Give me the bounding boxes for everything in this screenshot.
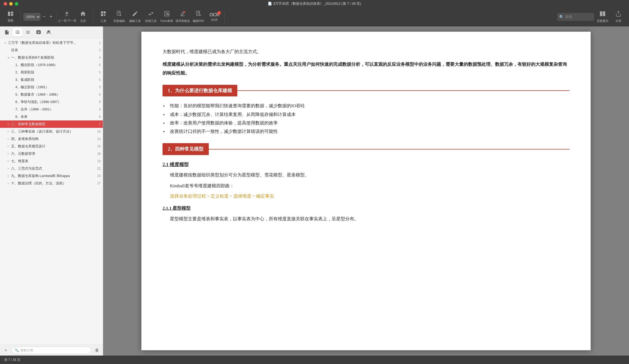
toc-item-ch5[interactable]: > 五、数据仓库规范设计 15	[0, 143, 103, 150]
toc-title: 七、维度表	[11, 159, 95, 164]
convert-button[interactable]: 转档工具	[144, 8, 158, 25]
toc-item-ch1-2[interactable]: 2、萌芽阶段 5	[0, 69, 103, 76]
toc-title: 十、数据治理（目的、方法、流程）	[11, 181, 95, 186]
panel-button[interactable]: 面板	[3, 8, 18, 25]
toc-toggle: >	[7, 152, 11, 155]
svg-rect-12	[600, 11, 602, 16]
sidebar-search[interactable]: 🔍	[12, 347, 91, 354]
toc-item-root[interactable]: ∨ 三万字《数据仓库知识体系》轻松拿下字节... 1	[0, 39, 103, 46]
toc-page: 24	[97, 174, 101, 178]
toc-title: 6、争吵与混乱（1996-1997）	[15, 100, 97, 104]
toc-item-ch10[interactable]: > 十、数据治理（目的、方法、流程） 27	[0, 180, 103, 187]
tools-button[interactable]: 工具	[96, 8, 111, 25]
toc-title: 八、三范式与反范式	[11, 166, 95, 171]
delete-button[interactable]: 🗑	[93, 347, 101, 354]
toc-item-ch1-3[interactable]: 3、集成阶段 5	[0, 76, 103, 83]
sidebar-content[interactable]: ∨ 三万字《数据仓库知识体系》轻松拿下字节... 1 目录 2 ∨ 一、数据仓库…	[0, 38, 103, 344]
toc-page: 4	[99, 56, 101, 59]
toc-item-ch1-4[interactable]: 4、确立阶段（1991） 5	[0, 83, 103, 91]
ocr-icon: OCR !	[210, 12, 219, 18]
toc-toggle: ∨	[4, 41, 8, 45]
form-button[interactable]: Form表单	[159, 8, 174, 25]
toc-toggle: ∨	[7, 56, 11, 59]
toc-item-ch1-8[interactable]: 8、未来 6	[0, 113, 103, 120]
ocr-label: OCR	[211, 18, 218, 21]
page-display-button[interactable]: 页面显示	[595, 8, 610, 25]
toolbar-search[interactable]: 🔍	[557, 13, 594, 21]
subsec21-flow: 选择业务处理过程 > 定义粒度 > 选择维度 > 确定事实	[163, 192, 570, 200]
zoom-plus-button[interactable]: +	[48, 14, 54, 20]
pdf-page: 大数据时代，维度建模已成为各大厂的主流方式。 维度建模从分析决策的需求出发构建模…	[141, 32, 591, 350]
window-controls	[4, 2, 18, 6]
search-input[interactable]	[565, 15, 592, 19]
toc-item-ch1-7[interactable]: 7、合并（1998－2001） 6	[0, 106, 103, 113]
subsec21-title: 2.1 维度模型	[163, 160, 570, 169]
toc-page: 7	[99, 122, 101, 126]
page-edit-button[interactable]: 页面编辑	[112, 8, 127, 25]
close-button[interactable]	[4, 2, 7, 6]
section1-line	[237, 90, 570, 91]
toc-item-ch9[interactable]: > 九、数据仓库架构-Lambda和 和Kappa 24	[0, 172, 103, 180]
toc-title: 二、四种常见数据模型	[11, 122, 97, 127]
sidebar-tab-camera[interactable]	[34, 28, 43, 36]
toc-item-ch1-6[interactable]: 6、争吵与混乱（1996-1997） 6	[0, 98, 103, 106]
toc-title: 7、合并（1998－2001）	[15, 107, 97, 112]
zoom-select[interactable]: 155% 100% 125% 150% 200%	[24, 13, 40, 21]
ocr-button[interactable]: OCR ! OCR	[207, 8, 222, 25]
tools-icon	[100, 11, 107, 18]
edit-tool-icon	[132, 11, 138, 18]
sign-button[interactable]: 填写和签名	[175, 8, 190, 25]
toc-page: 5	[99, 78, 101, 82]
toc-title: 2、萌芽阶段	[15, 70, 97, 75]
toc-title: 四、多维体系结构	[11, 137, 95, 141]
toc-item-ch4[interactable]: > 四、多维体系结构 13	[0, 135, 103, 143]
edit-tool-button[interactable]: 编辑工具	[128, 8, 142, 25]
share-button[interactable]: 分享	[611, 8, 626, 25]
svg-marker-6	[67, 14, 69, 16]
toc-item-ch2[interactable]: > 二、四种常见数据模型 7	[0, 120, 103, 128]
sidebar-tab-toc[interactable]	[13, 28, 22, 36]
toc-item-ch1-5[interactable]: 5、数据集市（1994－1996） 6	[0, 91, 103, 98]
toc-toggle: >	[7, 182, 11, 185]
titlebar: 📄 3万字38页《数据仓库知识体系》_20210912 (第 7 / 38 页)	[0, 0, 629, 7]
prev-next-icon	[63, 11, 71, 18]
panel-label: 面板	[8, 18, 13, 22]
toc-item-ch1[interactable]: ∨ 一、数据仓库的8个发展阶段 4	[0, 54, 103, 61]
prev-next-button[interactable]: 上一页/下一页	[60, 8, 75, 25]
zoom-minus-button[interactable]: −	[41, 14, 47, 20]
toc-toggle: >	[7, 137, 11, 141]
pdf-area[interactable]: 大数据时代，维度建模已成为各大厂的主流方式。 维度建模从分析决策的需求出发构建模…	[103, 26, 629, 356]
home-icon	[80, 11, 86, 18]
toc-item-ch8[interactable]: > 八、三范式与反范式 22	[0, 165, 103, 172]
maximize-button[interactable]	[15, 2, 18, 6]
home-button[interactable]: 主页	[76, 8, 90, 25]
statusbar: 第 7 / 38 页	[0, 356, 629, 364]
toc-item-toc[interactable]: 目录 2	[0, 46, 103, 54]
sidebar-tab-file[interactable]	[2, 28, 12, 36]
toc-toggle: >	[7, 167, 11, 170]
sep2	[57, 11, 57, 23]
toc-item-ch7[interactable]: > 七、维度表 19	[0, 157, 103, 165]
toc-title: 三、三种事实表（设计原则、设计方法）	[11, 129, 95, 134]
sidebar: ∨ 三万字《数据仓库知识体系》轻松拿下字节... 1 目录 2 ∨ 一、数据仓库…	[0, 26, 103, 356]
edit-tool-label: 编辑工具	[129, 19, 141, 23]
list-item: 改善统计口径的不一致性，减少数据计算错误的可能性	[168, 127, 570, 136]
sidebar-tab-outline[interactable]	[23, 28, 33, 36]
toc-toggle: >	[7, 145, 11, 148]
add-page-button[interactable]: +	[2, 347, 10, 354]
toc-title: 8、未来	[15, 114, 97, 119]
list-item: 成本：减少数据冗余、计算结果复用、从而降低存储和计算成本	[168, 110, 570, 119]
minimize-button[interactable]	[9, 2, 13, 6]
prev-next-label: 上一页/下一页	[58, 19, 76, 23]
sidebar-tab-search[interactable]	[44, 28, 54, 36]
toc-toggle: >	[7, 130, 11, 133]
edit-pdf-button[interactable]: 编辑PDF	[191, 8, 206, 25]
zoom-control: 155% 100% 125% 150% 200% − +	[24, 8, 54, 25]
toc-item-ch3[interactable]: > 三、三种事实表（设计原则、设计方法） 10	[0, 128, 103, 135]
toc-item-ch1-1[interactable]: 1、概念阶段（1978-1988） 5	[0, 61, 103, 69]
window-title: 📄 3万字38页《数据仓库知识体系》_20210912 (第 7 / 38 页)	[268, 1, 361, 6]
sidebar-search-input[interactable]	[20, 348, 88, 352]
toc-title: 目录	[11, 48, 97, 53]
share-icon	[615, 11, 622, 18]
toc-item-ch6[interactable]: > 六、元数据管理 18	[0, 150, 103, 157]
